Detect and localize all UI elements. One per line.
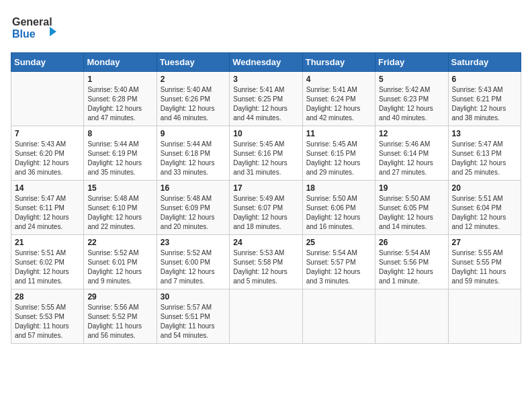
day-info: Sunrise: 5:46 AMSunset: 6:14 PMDaylight:… <box>379 140 444 177</box>
calendar-cell: 24Sunrise: 5:53 AMSunset: 5:58 PMDayligh… <box>230 235 302 289</box>
day-info: Sunrise: 5:51 AMSunset: 6:04 PMDaylight:… <box>452 194 517 232</box>
calendar-cell: 16Sunrise: 5:48 AMSunset: 6:09 PMDayligh… <box>157 181 229 235</box>
calendar-cell: 25Sunrise: 5:54 AMSunset: 5:57 PMDayligh… <box>302 235 375 289</box>
day-number: 7 <box>15 129 80 138</box>
day-info: Sunrise: 5:52 AMSunset: 6:00 PMDaylight:… <box>161 248 226 286</box>
day-info: Sunrise: 5:52 AMSunset: 6:01 PMDaylight:… <box>87 248 152 286</box>
day-number: 16 <box>161 183 226 193</box>
day-number: 22 <box>87 238 152 247</box>
calendar-cell: 15Sunrise: 5:48 AMSunset: 6:10 PMDayligh… <box>84 181 157 235</box>
day-info: Sunrise: 5:40 AMSunset: 6:26 PMDaylight:… <box>161 85 226 123</box>
day-number: 6 <box>452 75 517 84</box>
day-number: 23 <box>161 238 226 247</box>
calendar-cell: 1Sunrise: 5:40 AMSunset: 6:28 PMDaylight… <box>84 72 157 126</box>
calendar-cell: 21Sunrise: 5:51 AMSunset: 6:02 PMDayligh… <box>11 235 84 289</box>
page-header: General Blue <box>11 11 521 44</box>
calendar-cell: 12Sunrise: 5:46 AMSunset: 6:14 PMDayligh… <box>375 126 448 181</box>
day-info: Sunrise: 5:45 AMSunset: 6:16 PMDaylight:… <box>233 140 298 177</box>
calendar-cell: 26Sunrise: 5:54 AMSunset: 5:56 PMDayligh… <box>375 235 448 289</box>
day-info: Sunrise: 5:45 AMSunset: 6:15 PMDaylight:… <box>306 140 371 177</box>
weekday-tuesday: Tuesday <box>157 53 229 72</box>
day-number: 14 <box>15 183 80 193</box>
calendar-cell: 13Sunrise: 5:47 AMSunset: 6:13 PMDayligh… <box>448 126 521 181</box>
day-info: Sunrise: 5:41 AMSunset: 6:25 PMDaylight:… <box>233 85 298 123</box>
calendar-cell: 11Sunrise: 5:45 AMSunset: 6:15 PMDayligh… <box>302 126 375 181</box>
day-info: Sunrise: 5:41 AMSunset: 6:24 PMDaylight:… <box>306 85 371 123</box>
weekday-monday: Monday <box>84 53 157 72</box>
day-info: Sunrise: 5:42 AMSunset: 6:23 PMDaylight:… <box>379 85 444 123</box>
day-number: 10 <box>233 129 298 138</box>
calendar-week-3: 21Sunrise: 5:51 AMSunset: 6:02 PMDayligh… <box>11 235 521 289</box>
day-number: 20 <box>452 183 517 193</box>
day-number: 12 <box>379 129 444 138</box>
calendar-cell: 2Sunrise: 5:40 AMSunset: 6:26 PMDaylight… <box>157 72 229 126</box>
calendar-cell: 30Sunrise: 5:57 AMSunset: 5:51 PMDayligh… <box>157 289 229 344</box>
day-info: Sunrise: 5:48 AMSunset: 6:09 PMDaylight:… <box>161 194 226 232</box>
day-info: Sunrise: 5:50 AMSunset: 6:06 PMDaylight:… <box>306 194 371 232</box>
calendar-cell: 23Sunrise: 5:52 AMSunset: 6:00 PMDayligh… <box>157 235 229 289</box>
weekday-header-row: SundayMondayTuesdayWednesdayThursdayFrid… <box>11 53 521 72</box>
calendar-cell <box>302 289 375 344</box>
logo-icon: General Blue <box>11 11 58 44</box>
calendar-cell: 29Sunrise: 5:56 AMSunset: 5:52 PMDayligh… <box>84 289 157 344</box>
logo: General Blue <box>11 11 59 44</box>
calendar-cell: 3Sunrise: 5:41 AMSunset: 6:25 PMDaylight… <box>230 72 302 126</box>
calendar-week-1: 7Sunrise: 5:43 AMSunset: 6:20 PMDaylight… <box>11 126 521 181</box>
calendar-cell: 9Sunrise: 5:44 AMSunset: 6:18 PMDaylight… <box>157 126 229 181</box>
calendar-cell: 14Sunrise: 5:47 AMSunset: 6:11 PMDayligh… <box>11 181 84 235</box>
day-info: Sunrise: 5:47 AMSunset: 6:11 PMDaylight:… <box>15 194 80 232</box>
day-number: 21 <box>15 238 80 247</box>
calendar-cell <box>448 289 521 344</box>
calendar-cell: 19Sunrise: 5:50 AMSunset: 6:05 PMDayligh… <box>375 181 448 235</box>
calendar-cell: 17Sunrise: 5:49 AMSunset: 6:07 PMDayligh… <box>230 181 302 235</box>
day-info: Sunrise: 5:51 AMSunset: 6:02 PMDaylight:… <box>15 248 80 286</box>
weekday-friday: Friday <box>375 53 448 72</box>
day-number: 29 <box>87 292 152 302</box>
day-number: 17 <box>233 183 298 193</box>
day-number: 25 <box>306 238 371 247</box>
calendar-cell: 4Sunrise: 5:41 AMSunset: 6:24 PMDaylight… <box>302 72 375 126</box>
day-info: Sunrise: 5:55 AMSunset: 5:55 PMDaylight:… <box>452 248 517 286</box>
day-info: Sunrise: 5:53 AMSunset: 5:58 PMDaylight:… <box>233 248 298 286</box>
calendar-cell: 8Sunrise: 5:44 AMSunset: 6:19 PMDaylight… <box>84 126 157 181</box>
day-number: 3 <box>233 75 298 84</box>
day-number: 9 <box>161 129 226 138</box>
calendar-cell <box>11 72 84 126</box>
calendar-table: SundayMondayTuesdayWednesdayThursdayFrid… <box>11 52 521 344</box>
day-number: 5 <box>379 75 444 84</box>
calendar-week-0: 1Sunrise: 5:40 AMSunset: 6:28 PMDaylight… <box>11 72 521 126</box>
day-number: 13 <box>452 129 517 138</box>
calendar-cell: 7Sunrise: 5:43 AMSunset: 6:20 PMDaylight… <box>11 126 84 181</box>
day-info: Sunrise: 5:40 AMSunset: 6:28 PMDaylight:… <box>87 85 152 123</box>
day-number: 15 <box>87 183 152 193</box>
day-info: Sunrise: 5:57 AMSunset: 5:51 PMDaylight:… <box>161 303 226 340</box>
day-info: Sunrise: 5:54 AMSunset: 5:57 PMDaylight:… <box>306 248 371 286</box>
day-number: 19 <box>379 183 444 193</box>
calendar-cell: 20Sunrise: 5:51 AMSunset: 6:04 PMDayligh… <box>448 181 521 235</box>
day-number: 18 <box>306 183 371 193</box>
day-info: Sunrise: 5:56 AMSunset: 5:52 PMDaylight:… <box>87 303 152 340</box>
svg-text:General: General <box>12 16 52 28</box>
day-info: Sunrise: 5:43 AMSunset: 6:21 PMDaylight:… <box>452 85 517 123</box>
svg-text:Blue: Blue <box>12 28 36 40</box>
calendar-body: 1Sunrise: 5:40 AMSunset: 6:28 PMDaylight… <box>11 72 521 344</box>
day-info: Sunrise: 5:49 AMSunset: 6:07 PMDaylight:… <box>233 194 298 232</box>
day-info: Sunrise: 5:48 AMSunset: 6:10 PMDaylight:… <box>87 194 152 232</box>
day-number: 2 <box>161 75 226 84</box>
weekday-thursday: Thursday <box>302 53 375 72</box>
day-number: 11 <box>306 129 371 138</box>
day-number: 24 <box>233 238 298 247</box>
day-info: Sunrise: 5:54 AMSunset: 5:56 PMDaylight:… <box>379 248 444 286</box>
calendar-cell: 27Sunrise: 5:55 AMSunset: 5:55 PMDayligh… <box>448 235 521 289</box>
calendar-cell: 6Sunrise: 5:43 AMSunset: 6:21 PMDaylight… <box>448 72 521 126</box>
weekday-sunday: Sunday <box>11 53 84 72</box>
calendar-cell: 28Sunrise: 5:55 AMSunset: 5:53 PMDayligh… <box>11 289 84 344</box>
svg-marker-2 <box>50 27 56 36</box>
calendar-week-2: 14Sunrise: 5:47 AMSunset: 6:11 PMDayligh… <box>11 181 521 235</box>
calendar-cell <box>375 289 448 344</box>
calendar-cell: 10Sunrise: 5:45 AMSunset: 6:16 PMDayligh… <box>230 126 302 181</box>
day-number: 26 <box>379 238 444 247</box>
day-number: 27 <box>452 238 517 247</box>
day-info: Sunrise: 5:44 AMSunset: 6:18 PMDaylight:… <box>161 140 226 177</box>
day-number: 1 <box>87 75 152 84</box>
